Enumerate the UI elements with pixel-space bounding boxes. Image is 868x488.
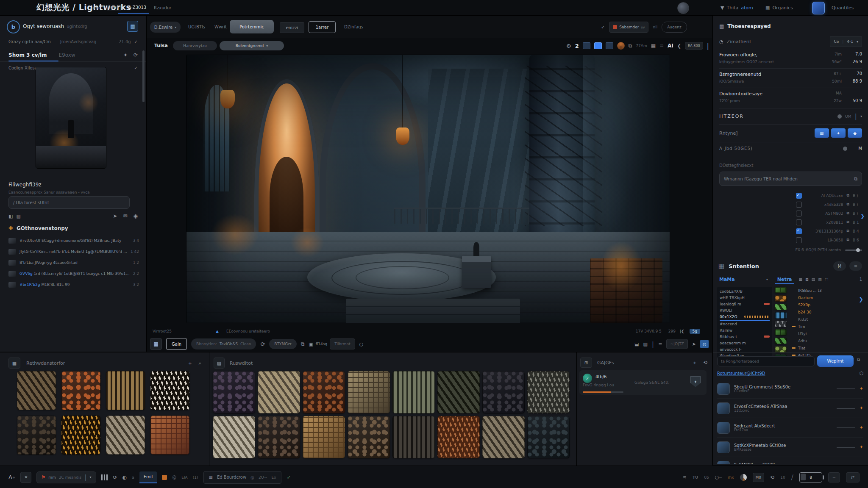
attach-image-icon[interactable]: ◧ [8,214,13,219]
swap-chip[interactable]: ⇄ [846,472,860,482]
sync-icon[interactable]: ⟳ [113,474,117,480]
viewport-pill-1[interactable]: Hanrverytzo [173,41,217,50]
menu-icon[interactable]: ≡ [659,43,664,49]
pin-icon[interactable]: ⧉ [857,357,860,362]
texture-thumb[interactable] [527,371,570,413]
texture-thumb[interactable] [61,416,100,455]
selection-detail-row[interactable]: b24 30 [792,308,855,316]
prop-1-v2[interactable]: 7.0 [845,52,862,56]
avatar[interactable] [677,2,689,14]
menu-item[interactable]: RM3 [107,5,121,11]
selection-list-item[interactable]: 00x1X2O114 [720,313,770,321]
collection-link[interactable]: Roturtsunteur@ICht9D [717,371,765,376]
checkbox[interactable] [796,202,802,208]
material-slot-button[interactable]: ▦ [815,128,829,138]
history-item[interactable]: #br1R'b2g M1B'4L B1L 99 3 2 [8,279,139,290]
statusbar-tab-active[interactable]: Emil [139,471,157,483]
meta-filter-a[interactable]: Grazy cgrta aav/Cm [8,39,51,44]
mode-m-button[interactable]: M [833,261,846,271]
texture-thumb[interactable] [258,371,300,413]
prop-2-v2[interactable]: 70 [845,71,862,76]
tab-active[interactable]: Shom 3 cv/lm [8,52,47,58]
view-empty-icon[interactable]: ⬚ [825,277,829,282]
toolbar-button-ugtbtls[interactable]: UGtBTls [188,25,205,29]
material-slot-button[interactable]: ◆ [848,128,862,138]
meta-filter-b[interactable]: JroenAvdsgacvag [60,39,97,44]
texture-thumb[interactable] [437,416,480,458]
prop-2-v4[interactable]: 88 9 [845,79,862,83]
minimize-chip[interactable]: − [828,472,840,482]
send-icon[interactable]: ➤ [113,213,117,219]
selection-detail-row[interactable]: Gaztum [792,294,855,301]
undo-icon[interactable]: ⟲ [770,474,774,480]
checkbox[interactable] [796,219,802,225]
layer-chip[interactable] [606,42,613,49]
menu-item-active[interactable]: A-Z3013 [128,5,147,11]
spark-icon[interactable]: ✦ [860,444,863,450]
transform-readout[interactable]: ~|O|TZ [666,339,687,349]
workspace-logo-icon[interactable]: b [7,20,20,33]
texture-thumb[interactable] [61,371,100,410]
sparkle-icon[interactable]: ✦ [123,52,128,58]
m0-chip[interactable]: M0 [753,473,765,482]
selection-list-item[interactable]: Ieenidg6 m [720,301,770,307]
reference-thumbnail[interactable] [36,67,106,168]
app-tile-icon[interactable] [812,2,825,14]
texture-thumb[interactable] [348,416,390,458]
waves-icon[interactable]: ≋ [683,474,687,480]
layer-check-row[interactable]: Al AQUczxn ⧉ B ) [719,191,862,200]
chevron-down-icon[interactable]: ▾ [860,114,862,118]
layer-check-row[interactable]: x208B11 ⧉ B 1 [719,218,862,227]
texture-thumb[interactable] [392,416,435,458]
list-icon[interactable]: ▤ [643,341,647,347]
texture-thumb[interactable] [437,371,480,413]
viewport-pill-2[interactable]: Bolenntgreend ▾ [220,41,284,50]
chevron-down-icon[interactable]: ▾ [766,277,768,281]
history-item[interactable]: #rvtUtorUf ECagg+drnuounorn/GB'Bt) M2Bna… [8,235,139,246]
shield-icon[interactable]: ✦ [690,376,701,387]
asset-search-input[interactable]: ta Pong/rorterbaced [717,356,815,366]
copy-icon[interactable]: ⧉ [847,229,849,233]
duplicate-icon[interactable]: ⧉ [301,341,305,347]
history-icon[interactable]: ⟲ [703,360,707,366]
texture-thumb[interactable] [348,371,390,413]
layer-chip-active[interactable] [594,42,602,49]
gain-button[interactable]: Gain [166,338,187,350]
selection-list-item[interactable]: Ritbhav t- [720,333,770,340]
selection-detail-row[interactable]: Ki33t [792,316,855,323]
checkbox[interactable] [796,237,802,243]
copy-icon[interactable]: ⧉ [847,202,849,207]
refresh-icon[interactable]: ⟳ [134,52,138,58]
selection-list-item[interactable]: #nocend [720,321,770,327]
team-tag[interactable]: atom [741,5,753,11]
unit-switch[interactable]: Ce | 4-1 ▾ [830,36,862,47]
selection-detail-row[interactable]: Tlat [792,344,855,352]
selection-list-item[interactable]: ooacaemm m [720,340,770,346]
selection-list-item[interactable]: cod6La//X/B [720,288,770,294]
tu-label[interactable]: TU [693,475,698,480]
chevron-right-icon[interactable]: ❯ [859,296,863,302]
layout-group[interactable]: ▦ Ed Bourdcrow @ 2O~ Ex [203,471,282,484]
viewport-scene[interactable] [186,55,670,323]
option-check-icon[interactable]: ✓ [134,66,138,70]
zoom-chip[interactable]: 5g [690,329,700,334]
selection-detail-row[interactable]: S2X0p [792,301,855,308]
account-label[interactable]: Quantiles [832,5,854,11]
btymgzr-button[interactable]: BTYMGzr [269,339,296,349]
refresh-icon[interactable]: ⟳ [260,341,265,347]
selection-list-item[interactable]: Ralmw [720,327,770,333]
menu-item[interactable]: Rzxudur [154,6,171,10]
copy-icon[interactable]: ⧉ [847,220,849,225]
column-header-netra[interactable]: Netra [777,277,792,282]
copy-icon[interactable]: ⧉ [847,238,849,242]
search-icon[interactable]: ⌕ [199,360,201,366]
texture-thumb[interactable] [258,416,300,458]
selection-thumb[interactable] [775,287,787,293]
half-circle-icon[interactable]: ◐ [122,474,127,480]
record-icon[interactable]: ○ [359,341,364,347]
hex-icon[interactable]: ⬡ [859,371,863,376]
gear-icon[interactable]: ⚙ [566,43,571,49]
layer-check-row[interactable]: L9-3050 ⧉ B 6 [719,236,862,244]
selection-list-item[interactable]: envecock I- [720,346,770,352]
selection-thumb[interactable] [775,295,787,302]
